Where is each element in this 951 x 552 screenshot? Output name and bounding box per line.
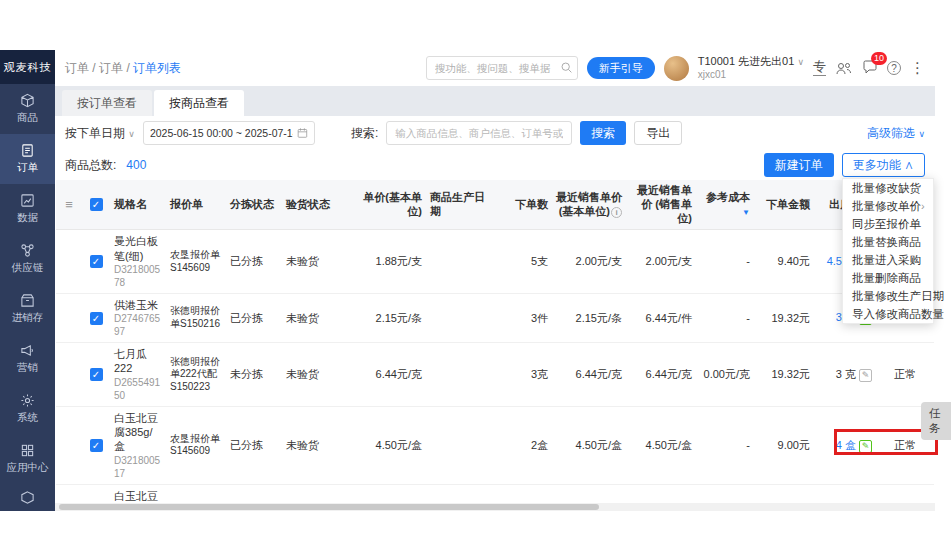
col-quote: 报价单 [166, 180, 226, 230]
new-order-button[interactable]: 新建订单 [764, 153, 834, 177]
megaphone-icon [20, 343, 35, 358]
sidebar-item-app-center[interactable]: 应用中心 [0, 434, 55, 484]
table-row: ✓ 白玉北豆腐385g/盒D321800517 农垦报价单 S145609 已分… [56, 406, 934, 484]
newbie-guide-button[interactable]: 新手引导 [587, 57, 655, 79]
search-icon[interactable] [560, 61, 573, 74]
info-icon[interactable]: i [611, 207, 622, 218]
cell-row-status: 正常 [876, 484, 934, 503]
menu-item-sync-quote[interactable]: 同步至报价单 [843, 215, 933, 233]
breadcrumb-section[interactable]: 订单 [99, 61, 123, 75]
cell-check-status: 未验货 [282, 293, 346, 342]
avatar[interactable] [664, 56, 689, 81]
cell-check-status: 未验货 [282, 343, 346, 407]
cell-spec-name: 白玉北豆腐385g/盒D321800517 [110, 484, 166, 503]
cell-ref-cost: 0.00元/克 [696, 343, 754, 407]
cell-check-status: 未验货 [282, 406, 346, 484]
date-range-input[interactable] [150, 127, 293, 139]
select-all-checkbox[interactable]: ✓ [90, 198, 103, 211]
notification-badge: 10 [871, 52, 887, 65]
row-checkbox[interactable]: ✓ [90, 368, 103, 381]
cell-ref-cost: - [696, 484, 754, 503]
summary-row: 商品总数: 400 新建订单 更多功能 ∧ [55, 150, 935, 180]
cell-prod-date [426, 230, 496, 294]
cell-order-amount: 9.00元 [754, 406, 814, 484]
menu-item-batch-prod-date[interactable]: 批量修改生产日期 [843, 287, 933, 305]
menu-item-import-qty[interactable]: 导入修改商品数量 [843, 305, 933, 323]
messages-button[interactable]: 10 [862, 59, 878, 78]
filter-icon[interactable]: ▼ [742, 208, 750, 217]
tab-product-view[interactable]: 按商品查看 [154, 90, 244, 116]
check-icon: ✓ [92, 369, 100, 380]
sidebar-item-bottom[interactable] [0, 484, 55, 511]
menu-item-batch-replace[interactable]: 批量替换商品 [843, 233, 933, 251]
cell-unit-price: 4.50元/盒 [346, 484, 426, 503]
language-icon[interactable]: 专 [813, 60, 826, 75]
global-search-input[interactable] [426, 56, 578, 80]
cell-order-qty: 3克 [496, 343, 552, 407]
drag-handle-icon[interactable]: ≡ [65, 197, 73, 212]
search-button[interactable]: 搜索 [580, 121, 626, 145]
row-checkbox[interactable]: ✓ [90, 439, 103, 452]
sidebar-item-products[interactable]: 商品 [0, 84, 55, 134]
menu-item-batch-price[interactable]: 批量修改单价› [843, 197, 933, 215]
edit-outbound-icon[interactable]: ✎ [859, 440, 872, 453]
col-ref-cost: 参考成本▼ [696, 180, 754, 230]
breadcrumb-module[interactable]: 订单 [65, 61, 89, 75]
sidebar-item-marketing[interactable]: 营销 [0, 334, 55, 384]
sidebar-item-label: 应用中心 [7, 461, 49, 475]
cell-recent-sale-price: 6.44元/件 [626, 293, 696, 342]
breadcrumb-current: 订单列表 [133, 61, 181, 75]
task-side-tab[interactable]: 任务 [921, 402, 951, 440]
row-checkbox[interactable]: ✓ [90, 255, 103, 268]
more-functions-menu: 批量修改缺货 批量修改单价› 同步至报价单 批量替换商品 批量进入采购 批量删除… [842, 178, 934, 324]
col-order-qty: 下单数 [496, 180, 552, 230]
help-button[interactable]: ? [887, 61, 901, 75]
menu-item-batch-stockout[interactable]: 批量修改缺货 [843, 179, 933, 197]
more-functions-button[interactable]: 更多功能 ∧ [842, 153, 925, 177]
scrollbar-thumb[interactable] [59, 504, 599, 510]
check-icon: ✓ [92, 313, 100, 324]
sidebar-item-orders[interactable]: 订单 [0, 134, 55, 184]
table-row: ✓ 曼光白板笔(细)D321800578 农垦报价单 S145609 已分拣 未… [56, 230, 934, 294]
more-options-icon[interactable]: ⋮ [910, 59, 925, 77]
contacts-button[interactable] [835, 61, 853, 75]
chevron-up-icon: ∧ [904, 158, 914, 172]
cell-order-qty: 5支 [496, 230, 552, 294]
cell-out-qty: 3 克✎ [814, 343, 876, 407]
sidebar-item-label: 营销 [17, 361, 38, 375]
chevron-down-icon: ∨ [918, 129, 925, 139]
menu-item-batch-delete[interactable]: 批量删除商品 [843, 269, 933, 287]
sidebar-item-system[interactable]: 系统 [0, 384, 55, 434]
date-range-picker[interactable] [143, 121, 315, 145]
cell-unit-price: 4.50元/盒 [346, 406, 426, 484]
cell-prod-date [426, 406, 496, 484]
sidebar-item-data[interactable]: 数据 [0, 184, 55, 234]
total-count-value: 400 [126, 158, 146, 172]
row-checkbox[interactable]: ✓ [90, 312, 103, 325]
cell-quote: 农垦报价单 S145609 [166, 484, 226, 503]
search-input[interactable] [386, 121, 572, 145]
tab-order-view[interactable]: 按订单查看 [62, 90, 152, 116]
sidebar-item-inventory[interactable]: 进销存 [0, 284, 55, 334]
cell-out-qty: 4 盒✎ [814, 406, 876, 484]
horizontal-scrollbar[interactable] [55, 503, 935, 511]
menu-item-batch-purchase[interactable]: 批量进入采购 [843, 251, 933, 269]
sidebar-item-supply-chain[interactable]: 供应链 [0, 234, 55, 284]
cell-recent-sale-price: 2.00元/支 [626, 230, 696, 294]
cell-out-qty: 2 盒✎ [814, 484, 876, 503]
edit-outbound-icon[interactable]: ✎ [859, 369, 872, 382]
user-info[interactable]: T10001 先进先出01 ∨ xjxc01 [698, 55, 804, 80]
date-type-select[interactable]: 按下单日期 ∨ [65, 125, 135, 142]
col-unit-price: 单价(基本单位) [346, 180, 426, 230]
cube-icon [20, 93, 35, 108]
box-icon [20, 293, 35, 308]
export-button[interactable]: 导出 [634, 121, 682, 145]
advanced-filter-button[interactable]: 高级筛选 ∨ [867, 125, 925, 142]
cell-quote: 农垦报价单 S145609 [166, 406, 226, 484]
gear-icon [20, 393, 35, 408]
view-tabs: 按订单查看 按商品查看 [55, 86, 935, 116]
col-spec-name: 规格名 [110, 180, 166, 230]
date-type-label: 按下单日期 [65, 126, 125, 140]
cell-unit-price: 6.44元/克 [346, 343, 426, 407]
more-functions-label: 更多功能 [853, 158, 901, 172]
